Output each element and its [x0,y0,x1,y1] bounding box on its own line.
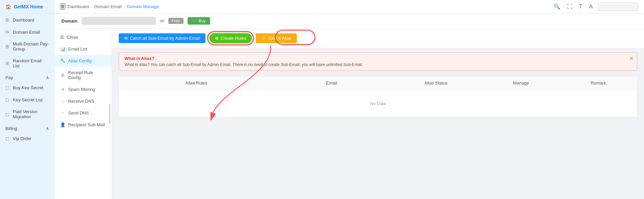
close-icon: ☰ [60,35,64,40]
breadcrumb-dashboard[interactable]: Dashboard [67,4,89,9]
sidebar-label: Buy Key-Secret [13,85,43,90]
key-list-icon: ◻ [5,97,9,102]
sub-sidebar-email-list[interactable]: 📊 Email List [55,43,112,55]
catch-btn-label: Catch all Sub-Email by Admin-Email [130,36,200,41]
grid-icon: ⊞ [5,44,9,49]
sub-sidebar: ☰ Close 📊 Email List 🔧 Alias Config ⚙ Re… [55,29,112,199]
no-data-label: No Data [370,91,386,116]
action-bar: ✉ Catch all Sub-Email by Admin-Email ⊕ C… [112,29,644,48]
filter-icon: ✕ [60,87,65,92]
sub-label: Email List [68,46,87,52]
sub-label: Recipient Sub-Mail [68,122,105,127]
check-alias-button[interactable]: ⚡ Check Alias [256,33,297,43]
billing-group-header[interactable]: Billing ∧ [0,123,55,132]
col-remark: Remark [560,76,637,90]
sub-sidebar-recipient-sub[interactable]: 👤 Recipient Sub-Mail [55,119,112,131]
migration-icon: ◻ [5,111,9,117]
dashboard-icon: ⊞ [5,17,9,23]
topbar-actions: 🔍 ⛶ T A [552,2,639,11]
buy-button[interactable]: 🛒 Buy [188,17,211,25]
cart-icon: 🛒 [192,19,197,23]
sub-label: Receive DNS [68,99,94,104]
create-rules-button[interactable]: ⊕ Create Rules [209,33,252,43]
mail-icon: ✉ [124,36,128,41]
accessibility-icon[interactable]: A [588,2,594,11]
domain-bar: Domain on Free 🛒 Buy [55,13,644,29]
lightning-icon: ⚡ [261,36,267,41]
chevron-up-icon2: ∧ [46,126,49,131]
create-btn-label: Create Rules [221,36,246,41]
sidebar-label: Paid Version Migration [13,109,49,119]
sub-label: Send DNS [68,110,89,115]
sidebar-item-random-email[interactable]: ⊞ Random Email List [0,55,55,72]
sidebar-label: Vip Order [13,136,31,141]
logo[interactable]: 🏠 GetMX Home [0,0,55,14]
info-box-text: What is alias? You can catch all Sub-Ema… [124,62,632,67]
pay-group-header[interactable]: Pay ∧ [0,72,55,81]
breadcrumb-current[interactable]: Domain Manage [127,4,159,9]
menu-icon[interactable]: ☰ [60,3,65,10]
scroll-bar [109,104,110,124]
breadcrumb-domain-email[interactable]: Domain Email [94,4,121,9]
vip-icon: ◻ [5,136,9,141]
sub-sidebar-send-dns[interactable]: ↑ Send DNS [55,107,112,119]
sidebar-item-vip-order[interactable]: ◻ Vip Order [0,132,55,144]
sub-sidebar-receive-dns[interactable]: ↓ Receive DNS [55,95,112,107]
key-icon: ◻ [5,85,9,90]
sub-sidebar-receipt-rule[interactable]: ⚙ Receipt Rule Config [55,67,112,84]
topbar: ☰ Dashboard / Domain Email / Domain Mana… [55,0,644,13]
sidebar-label: Domain Email [13,30,40,35]
pay-label: Pay [5,75,13,80]
search-input[interactable] [598,2,639,11]
check-btn-label: Check Alias [269,36,291,41]
data-table: Alias Rules Email Alias Status Manage Re… [119,76,637,117]
sidebar-item-buy-key[interactable]: ◻ Buy Key-Secret [0,81,55,94]
content-area: ☰ Close 📊 Email List 🔧 Alias Config ⚙ Re… [55,29,644,199]
sub-sidebar-spam[interactable]: ✕ Spam filtering [55,84,112,95]
col-email: Email [274,76,390,90]
col-alias-rules: Alias Rules [119,76,274,90]
plus-icon: ⊕ [215,36,219,41]
sub-label: Receipt Rule Config [68,70,106,80]
sidebar-item-dashboard[interactable]: ⊞ Dashboard [0,14,55,26]
info-box-title: What is Alias? [124,56,632,61]
sidebar-item-multi-domain[interactable]: ⊞ Multi-Domain Pay-Group [0,38,55,55]
sidebar-item-key-list[interactable]: ◻ Key-Secret List [0,94,55,106]
info-box-close-icon[interactable]: ✕ [629,55,634,62]
domain-label: Domain [61,19,78,24]
sidebar-label: Random Email List [13,58,49,68]
search-icon[interactable]: 🔍 [552,2,562,11]
arrow-up-icon: ↑ [60,110,65,115]
catch-all-button[interactable]: ✉ Catch all Sub-Email by Admin-Email [119,33,205,43]
sidebar-item-domain-email[interactable]: ✉ Domain Email [0,26,55,38]
domain-value [82,17,156,25]
breadcrumb-sep2: / [123,4,125,9]
alias-icon: 🔧 [60,58,65,63]
close-item[interactable]: ☰ Close [55,31,112,43]
chevron-up-icon: ∧ [46,75,49,80]
arrow-down-icon: ↓ [60,99,65,104]
breadcrumb-sep1: / [91,4,92,9]
table-header: Alias Rules Email Alias Status Manage Re… [119,76,637,90]
sidebar-label: Key-Secret List [13,97,43,102]
chart-icon: 📊 [60,46,65,52]
table-body: No Data [119,90,637,117]
sidebar-item-paid-migration[interactable]: ◻ Paid Version Migration [0,106,55,123]
col-manage: Manage [482,76,560,90]
breadcrumb: ☰ Dashboard / Domain Email / Domain Mana… [60,3,159,10]
email-icon: ✉ [5,29,9,35]
sub-sidebar-alias-config[interactable]: 🔧 Alias Config [55,55,112,67]
info-box: What is Alias? What is alias? You can ca… [119,52,637,71]
font-icon[interactable]: T [578,2,584,11]
sidebar-label: Dashboard [13,18,34,23]
sub-label: Spam filtering [68,87,95,92]
user-icon: 👤 [60,122,65,127]
plan-badge: Free [168,18,184,24]
domain-status: on [160,19,164,23]
col-alias-status: Alias Status [390,76,482,90]
main-area: ☰ Dashboard / Domain Email / Domain Mana… [55,0,644,199]
close-label: Close [67,35,78,40]
expand-icon[interactable]: ⛶ [566,2,574,11]
billing-label: Billing [5,126,17,131]
sidebar-label: Multi-Domain Pay-Group [13,41,49,52]
